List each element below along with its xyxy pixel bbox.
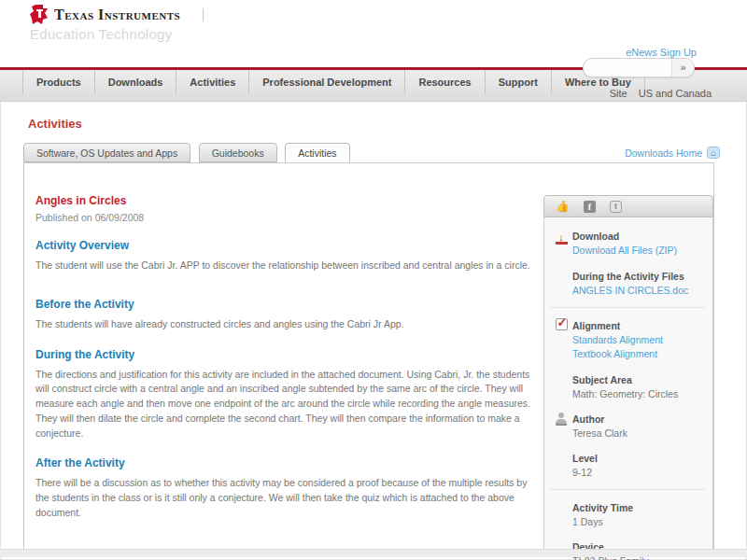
- nav-item-downloads[interactable]: Downloads: [95, 70, 177, 94]
- nav-item-professional-development[interactable]: Professional Development: [249, 70, 405, 94]
- level-section: Level 9-12: [550, 449, 705, 480]
- angles-in-circles-doc-link[interactable]: ANGLES IN CIRCLES.doc: [572, 284, 705, 299]
- ti-logo[interactable]: Texas Instruments Education Technology: [30, 5, 204, 42]
- sidebar-divider: [550, 307, 705, 308]
- site-region-value: US and Canada: [639, 88, 712, 99]
- article: Angles in Circles Published on 06/09/200…: [35, 163, 535, 521]
- alignment-section: Alignment Standards Alignment Textbook A…: [550, 316, 705, 363]
- site-region-picker[interactable]: Site US and Canada: [610, 88, 712, 99]
- during-activity-files-section: During the Activity Files ANGLES IN CIRC…: [550, 267, 705, 299]
- twitter-icon[interactable]: t: [610, 201, 622, 213]
- activity-time-value: 1 Days: [572, 515, 705, 529]
- section-heading-before-activity: Before the Activity: [35, 298, 535, 311]
- site-header: Texas Instruments Education Technology e…: [0, 0, 747, 67]
- search-box: »: [583, 58, 695, 77]
- download-section: ↓ Download Download All Files (ZIP): [550, 227, 705, 259]
- activity-time-label: Activity Time: [572, 502, 633, 513]
- author-section: Author Teresa Clark: [550, 410, 705, 441]
- sidebar-details-box: ↓ Download Download All Files (ZIP) Duri…: [543, 217, 713, 551]
- downloads-home-link[interactable]: Downloads Home: [625, 147, 702, 159]
- section-heading-after-activity: After the Activity: [35, 456, 535, 469]
- facebook-icon[interactable]: f: [584, 201, 596, 213]
- download-all-files-link[interactable]: Download All Files (ZIP): [572, 244, 705, 259]
- nav-item-activities[interactable]: Activities: [176, 70, 249, 94]
- enews-signup-link[interactable]: eNews Sign Up: [626, 47, 697, 58]
- section-heading-activity-overview: Activity Overview: [35, 239, 535, 252]
- logo-divider: [203, 8, 204, 21]
- section-body-before-activity: The students will have already construct…: [35, 317, 535, 332]
- author-person-icon: [556, 413, 567, 424]
- textbook-alignment-link[interactable]: Textbook Alignment: [572, 347, 705, 362]
- article-title: Angles in Circles: [35, 194, 535, 207]
- like-icon[interactable]: 👍: [556, 200, 570, 213]
- nav-item-products[interactable]: Products: [22, 70, 95, 94]
- ti-bug-icon: [30, 5, 49, 25]
- tab-software-os-updates[interactable]: Software, OS Updates and Apps: [23, 143, 190, 162]
- sidebar-divider: [550, 489, 705, 490]
- social-share-bar: 👍 f t: [543, 195, 713, 217]
- home-icon[interactable]: ⌂: [707, 147, 720, 159]
- download-icon: ↓: [556, 232, 568, 245]
- nav-item-support[interactable]: Support: [486, 70, 552, 94]
- nav-item-resources[interactable]: Resources: [405, 70, 485, 94]
- tab-guidebooks[interactable]: Guidebooks: [199, 143, 277, 162]
- ti-education-page: { "header": { "brand": "Texas Instrument…: [0, 0, 747, 560]
- page-bottom-strip: [0, 549, 747, 557]
- site-label: Site: [610, 88, 627, 99]
- activity-time-section: Activity Time 1 Days: [550, 498, 705, 529]
- page-title: Activities: [28, 117, 747, 131]
- tab-activities[interactable]: Activities: [285, 143, 349, 162]
- subject-area-label: Subject Area: [572, 374, 632, 385]
- content-box: Angles in Circles Published on 06/09/200…: [23, 162, 714, 550]
- level-label: Level: [572, 453, 598, 464]
- alignment-label: Alignment: [572, 320, 620, 331]
- sub-brand-label: Education Technology: [30, 26, 204, 42]
- author-label: Author: [572, 413, 604, 425]
- published-date: Published on 06/09/2008: [35, 212, 535, 223]
- subject-area-section: Subject Area Math: Geometry: Circles: [550, 371, 705, 401]
- search-input[interactable]: [584, 63, 671, 73]
- search-submit-button[interactable]: »: [671, 59, 694, 77]
- author-value: Teresa Clark: [572, 427, 705, 441]
- section-body-during-activity: The directions and justification for thi…: [35, 368, 535, 441]
- tabs-row: Software, OS Updates and Apps Guidebooks…: [23, 143, 714, 162]
- level-value: 9-12: [572, 466, 705, 480]
- during-activity-files-label: During the Activity Files: [572, 271, 684, 282]
- brand-wordmark: Texas Instruments: [54, 5, 180, 25]
- section-body-after-activity: There will be a discussion as to whether…: [35, 476, 535, 520]
- subject-area-value: Math: Geometry: Circles: [572, 387, 705, 401]
- alignment-check-icon: [556, 318, 568, 330]
- download-label: Download: [572, 231, 619, 242]
- section-body-activity-overview: The student will use the Cabri Jr. APP t…: [35, 259, 535, 273]
- section-heading-during-activity: During the Activity: [35, 348, 535, 361]
- sidebar: 👍 f t ↓ Download Download All Files (ZIP…: [543, 195, 713, 551]
- standards-alignment-link[interactable]: Standards Alignment: [572, 333, 705, 348]
